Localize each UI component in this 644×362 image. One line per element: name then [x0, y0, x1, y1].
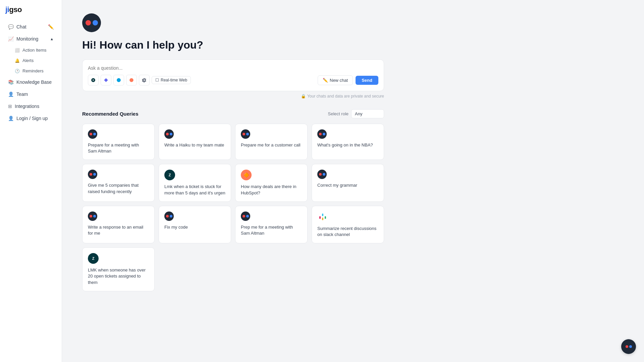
sidebar-monitoring-section[interactable]: 📈 Monitoring ▲ — [3, 33, 59, 45]
floating-chat-button[interactable] — [621, 339, 636, 354]
query-card[interactable]: Prep me for a meeting with Sam Altman — [235, 206, 308, 243]
new-chat-button[interactable]: ✏️ New chat — [318, 75, 353, 85]
query-card[interactable]: Summarize recent discussions on slack ch… — [312, 206, 384, 243]
role-selector-wrapper: Select role Any Sales Marketing Support — [328, 109, 384, 118]
avatar-card-icon — [88, 129, 97, 139]
query-card-text: Lmk when a ticket is stuck for more than… — [164, 184, 225, 196]
sidebar-item-chat[interactable]: 💬 Chat ✏️ — [3, 21, 59, 33]
settings-tool-btn[interactable] — [139, 75, 150, 85]
query-card-text: Prep me for a meeting with Sam Altman — [241, 224, 302, 236]
query-card-text: Give me 5 companies that raised funding … — [88, 182, 149, 194]
sidebar-item-reminders[interactable]: 🕐 Reminders — [3, 66, 59, 76]
svg-rect-2 — [319, 216, 321, 219]
privacy-icon: 🔒 — [301, 94, 306, 99]
sidebar-team-label: Team — [16, 92, 28, 97]
query-card[interactable]: ZLmk when a ticket is stuck for more tha… — [159, 164, 231, 201]
diamond-tool-btn[interactable] — [101, 75, 111, 85]
floating-avatar-dots — [626, 345, 632, 348]
query-card-text: Prepare for a meeting with Sam Altman — [88, 142, 149, 154]
query-card-text: Write a response to an email for me — [88, 224, 149, 236]
privacy-text: Your chats and data are private and secu… — [307, 94, 384, 99]
alerts-icon: 🔔 — [15, 58, 20, 63]
action-items-icon: ⬜ — [15, 48, 20, 53]
query-card-text: Write a Haiku to my team mate — [164, 142, 225, 148]
bot-avatar — [82, 13, 101, 32]
avatar-card-icon — [164, 129, 174, 139]
queries-title: Recommended Queries — [82, 111, 139, 117]
query-card[interactable]: Write a response to an email for me — [82, 206, 155, 243]
slack-card-icon — [317, 212, 328, 222]
sidebar-item-team[interactable]: 👤 Team — [3, 88, 59, 100]
role-select[interactable]: Any Sales Marketing Support — [351, 109, 384, 118]
query-card[interactable]: Correct my grammar — [312, 164, 384, 201]
integrations-icon: ⊞ — [8, 104, 12, 109]
toolbar-left: ☐ Real-time Web — [88, 75, 191, 85]
send-label: Send — [362, 78, 372, 83]
sidebar-item-integrations[interactable]: ⊞ Integrations — [3, 101, 59, 112]
privacy-note: 🔒 Your chats and data are private and se… — [82, 94, 384, 99]
avatar-card-icon — [317, 129, 327, 139]
greeting-text: Hi! How can I help you? — [82, 39, 624, 51]
query-card[interactable]: Fix my code — [159, 206, 231, 243]
sidebar-integrations-label: Integrations — [15, 104, 39, 109]
query-card[interactable]: What's going on in the NBA? — [312, 124, 384, 160]
query-card-text: What's going on in the NBA? — [317, 142, 378, 148]
svg-rect-3 — [322, 214, 323, 216]
query-card[interactable]: Prepare for a meeting with Sam Altman — [82, 124, 155, 160]
sidebar-alerts-label: Alerts — [22, 58, 34, 63]
floating-dot-blue — [629, 345, 632, 348]
query-card[interactable]: Give me 5 companies that raised funding … — [82, 164, 155, 201]
main-content: Hi! How can I help you? — [62, 0, 644, 362]
avatar-card-icon — [317, 170, 327, 179]
avatar-card-icon — [88, 170, 97, 179]
query-card[interactable]: Prepare me for a customer call — [235, 124, 308, 160]
sidebar-monitoring-label: Monitoring — [16, 36, 38, 42]
realtime-web-btn[interactable]: ☐ Real-time Web — [152, 76, 191, 84]
role-label: Select role — [328, 111, 348, 116]
avatar-dots — [86, 20, 98, 25]
team-icon: 👤 — [8, 92, 14, 97]
chat-icon: 💬 — [8, 24, 14, 29]
reminders-icon: 🕐 — [15, 69, 20, 73]
sidebar-item-action-items[interactable]: ⬜ Action Items — [3, 45, 59, 55]
query-card[interactable]: 🔶How many deals are there in HubSpot? — [235, 164, 308, 201]
toolbar-right: ✏️ New chat Send — [318, 75, 378, 85]
send-button[interactable]: Send — [356, 76, 378, 85]
new-chat-icon: ✏️ — [48, 24, 54, 29]
sidebar-item-alerts[interactable]: 🔔 Alerts — [3, 56, 59, 65]
hubspot-tool-btn[interactable] — [126, 75, 137, 85]
svg-rect-4 — [325, 216, 326, 219]
logo-text: ji — [5, 5, 9, 14]
sidebar-item-login[interactable]: 👤 Login / Sign up — [3, 113, 59, 124]
floating-dot-red — [626, 345, 628, 348]
svg-point-1 — [129, 78, 133, 82]
query-card-text: Prepare me for a customer call — [241, 142, 302, 148]
new-chat-icon: ✏️ — [323, 78, 328, 83]
sidebar-action-items-label: Action Items — [22, 48, 47, 53]
query-card[interactable]: Write a Haiku to my team mate — [159, 124, 231, 160]
avatar-card-icon — [241, 129, 250, 139]
login-icon: 👤 — [8, 116, 14, 121]
monitoring-left: 📈 Monitoring — [8, 36, 38, 42]
query-card-text: LMK when someone has over 20 open ticket… — [88, 267, 149, 286]
hubspot-card-icon: 🔶 — [241, 170, 252, 180]
chevron-up-icon: ▲ — [50, 37, 54, 41]
query-card-text: Summarize recent discussions on slack ch… — [317, 226, 378, 238]
new-chat-label: New chat — [330, 78, 348, 83]
chat-input-box: ☐ Real-time Web ✏️ New chat Send — [82, 59, 384, 91]
zendesk-tool-btn[interactable] — [88, 75, 99, 85]
question-input[interactable] — [88, 65, 378, 71]
avatar-card-icon — [88, 212, 97, 221]
query-card[interactable]: ZLMK when someone has over 20 open ticke… — [82, 247, 155, 291]
sidebar-login-label: Login / Sign up — [16, 116, 48, 121]
avatar-card-icon — [164, 212, 174, 221]
sidebar-item-knowledge-base[interactable]: 📚 Knowledge Base — [3, 76, 59, 88]
sidebar-knowledge-base-label: Knowledge Base — [16, 79, 52, 85]
avatar-dot-blue — [93, 20, 98, 25]
queries-section-header: Recommended Queries Select role Any Sale… — [82, 109, 384, 118]
logo: jigso — [0, 5, 62, 21]
monitoring-icon: 📈 — [8, 36, 14, 42]
salesforce-tool-btn[interactable] — [113, 75, 124, 85]
sidebar: jigso 💬 Chat ✏️ 📈 Monitoring ▲ ⬜ Action … — [0, 0, 62, 362]
knowledge-base-icon: 📚 — [8, 79, 14, 85]
